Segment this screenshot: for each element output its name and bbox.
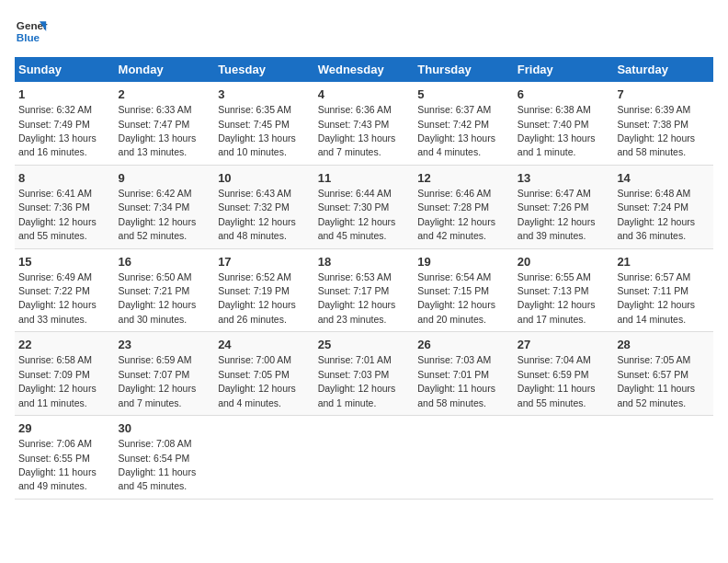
day-number: 19	[417, 254, 510, 270]
day-number: 18	[318, 254, 411, 270]
sunset: Sunset: 7:47 PM	[119, 119, 190, 130]
sunset: Sunset: 7:05 PM	[218, 369, 290, 380]
day-cell: 20Sunrise: 6:55 AMSunset: 7:13 PMDayligh…	[514, 248, 614, 332]
daylight: Daylight: 12 hours and 26 minutes.	[218, 299, 296, 324]
day-cell: 18Sunrise: 6:53 AMSunset: 7:17 PMDayligh…	[314, 248, 415, 332]
page-header: General Blue	[15, 15, 713, 48]
day-number: 3	[218, 86, 311, 103]
daylight: Daylight: 12 hours and 11 minutes.	[18, 383, 97, 408]
daylight: Daylight: 13 hours and 7 minutes.	[318, 132, 396, 157]
week-row-1: 1Sunrise: 6:32 AMSunset: 7:49 PMDaylight…	[15, 82, 713, 165]
day-cell: 22Sunrise: 6:58 AMSunset: 7:09 PMDayligh…	[15, 332, 115, 416]
sunrise: Sunrise: 7:06 AM	[18, 438, 92, 449]
sunrise: Sunrise: 6:47 AM	[518, 188, 591, 199]
day-number: 9	[119, 170, 211, 187]
sunset: Sunset: 7:38 PM	[617, 119, 688, 130]
sunrise: Sunrise: 6:50 AM	[119, 271, 192, 282]
day-number: 30	[119, 420, 211, 437]
logo: General Blue	[15, 15, 48, 48]
day-cell: 6Sunrise: 6:38 AMSunset: 7:40 PMDaylight…	[514, 82, 614, 165]
daylight: Daylight: 12 hours and 30 minutes.	[119, 299, 197, 324]
day-number: 10	[218, 170, 311, 187]
day-number: 28	[617, 337, 710, 353]
sunset: Sunset: 7:34 PM	[119, 201, 190, 213]
day-cell: 19Sunrise: 6:54 AMSunset: 7:15 PMDayligh…	[414, 248, 514, 332]
sunset: Sunset: 7:30 PM	[318, 201, 390, 213]
sunrise: Sunrise: 7:01 AM	[318, 354, 392, 365]
sunrise: Sunrise: 7:05 AM	[617, 354, 690, 365]
sunset: Sunset: 7:15 PM	[417, 285, 489, 296]
day-cell	[414, 416, 514, 500]
sunset: Sunset: 7:19 PM	[218, 285, 290, 296]
sunrise: Sunrise: 6:48 AM	[617, 188, 690, 199]
sunrise: Sunrise: 6:44 AM	[318, 188, 392, 199]
day-cell: 30Sunrise: 7:08 AMSunset: 6:54 PMDayligh…	[115, 416, 215, 500]
sunrise: Sunrise: 6:57 AM	[617, 271, 690, 282]
daylight: Daylight: 12 hours and 36 minutes.	[617, 216, 695, 241]
day-cell: 15Sunrise: 6:49 AMSunset: 7:22 PMDayligh…	[15, 248, 115, 332]
sunrise: Sunrise: 6:32 AM	[18, 104, 92, 115]
day-cell: 10Sunrise: 6:43 AMSunset: 7:32 PMDayligh…	[214, 165, 314, 248]
daylight: Daylight: 13 hours and 4 minutes.	[417, 132, 495, 157]
calendar-body: 1Sunrise: 6:32 AMSunset: 7:49 PMDaylight…	[15, 82, 713, 499]
daylight: Daylight: 11 hours and 58 minutes.	[417, 383, 495, 408]
sunset: Sunset: 7:26 PM	[518, 201, 589, 213]
daylight: Daylight: 12 hours and 48 minutes.	[218, 216, 296, 241]
day-number: 14	[617, 170, 710, 187]
sunset: Sunset: 7:28 PM	[417, 201, 489, 213]
day-cell: 17Sunrise: 6:52 AMSunset: 7:19 PMDayligh…	[214, 248, 314, 332]
sunrise: Sunrise: 6:49 AM	[18, 271, 92, 282]
day-number: 5	[417, 86, 510, 103]
sunrise: Sunrise: 6:39 AM	[617, 104, 690, 115]
day-number: 12	[417, 170, 510, 187]
sunset: Sunset: 7:45 PM	[218, 119, 290, 130]
sunset: Sunset: 7:42 PM	[417, 119, 489, 130]
day-cell: 3Sunrise: 6:35 AMSunset: 7:45 PMDaylight…	[214, 82, 314, 165]
daylight: Daylight: 12 hours and 39 minutes.	[518, 216, 596, 241]
day-cell	[613, 416, 713, 500]
daylight: Daylight: 11 hours and 45 minutes.	[119, 466, 197, 491]
sunset: Sunset: 6:54 PM	[119, 453, 190, 464]
daylight: Daylight: 13 hours and 1 minute.	[518, 132, 596, 157]
daylight: Daylight: 13 hours and 13 minutes.	[119, 132, 197, 157]
sunrise: Sunrise: 6:35 AM	[218, 104, 291, 115]
sunrise: Sunrise: 6:52 AM	[218, 271, 291, 282]
sunrise: Sunrise: 6:42 AM	[119, 188, 192, 199]
col-header-thursday: Thursday	[414, 57, 514, 82]
sunrise: Sunrise: 6:33 AM	[119, 104, 192, 115]
daylight: Daylight: 13 hours and 16 minutes.	[18, 132, 97, 157]
daylight: Daylight: 12 hours and 33 minutes.	[18, 299, 97, 324]
week-row-5: 29Sunrise: 7:06 AMSunset: 6:55 PMDayligh…	[15, 416, 713, 500]
daylight: Daylight: 12 hours and 7 minutes.	[119, 383, 197, 408]
day-cell: 5Sunrise: 6:37 AMSunset: 7:42 PMDaylight…	[414, 82, 514, 165]
sunset: Sunset: 7:36 PM	[18, 201, 90, 213]
sunrise: Sunrise: 7:00 AM	[218, 354, 291, 365]
week-row-2: 8Sunrise: 6:41 AMSunset: 7:36 PMDaylight…	[15, 165, 713, 248]
day-number: 27	[518, 337, 610, 353]
day-cell: 21Sunrise: 6:57 AMSunset: 7:11 PMDayligh…	[613, 248, 713, 332]
day-cell: 11Sunrise: 6:44 AMSunset: 7:30 PMDayligh…	[314, 165, 415, 248]
svg-text:Blue: Blue	[17, 31, 40, 43]
day-cell: 4Sunrise: 6:36 AMSunset: 7:43 PMDaylight…	[314, 82, 415, 165]
day-cell: 12Sunrise: 6:46 AMSunset: 7:28 PMDayligh…	[414, 165, 514, 248]
sunrise: Sunrise: 6:46 AM	[417, 188, 491, 199]
day-cell: 25Sunrise: 7:01 AMSunset: 7:03 PMDayligh…	[314, 332, 415, 416]
day-number: 26	[417, 337, 510, 353]
sunset: Sunset: 7:01 PM	[417, 369, 489, 380]
sunset: Sunset: 7:43 PM	[318, 119, 390, 130]
sunrise: Sunrise: 7:08 AM	[119, 438, 192, 449]
sunrise: Sunrise: 6:54 AM	[417, 271, 491, 282]
sunset: Sunset: 7:22 PM	[18, 285, 90, 296]
day-number: 24	[218, 337, 311, 353]
day-cell: 29Sunrise: 7:06 AMSunset: 6:55 PMDayligh…	[15, 416, 115, 500]
day-number: 1	[18, 86, 111, 103]
col-header-saturday: Saturday	[613, 57, 713, 82]
day-cell: 8Sunrise: 6:41 AMSunset: 7:36 PMDaylight…	[15, 165, 115, 248]
sunset: Sunset: 6:57 PM	[617, 369, 688, 380]
day-cell: 24Sunrise: 7:00 AMSunset: 7:05 PMDayligh…	[214, 332, 314, 416]
day-cell: 16Sunrise: 6:50 AMSunset: 7:21 PMDayligh…	[115, 248, 215, 332]
day-number: 2	[119, 86, 211, 103]
calendar-header: SundayMondayTuesdayWednesdayThursdayFrid…	[15, 57, 713, 82]
day-number: 25	[318, 337, 411, 353]
day-cell: 1Sunrise: 6:32 AMSunset: 7:49 PMDaylight…	[15, 82, 115, 165]
